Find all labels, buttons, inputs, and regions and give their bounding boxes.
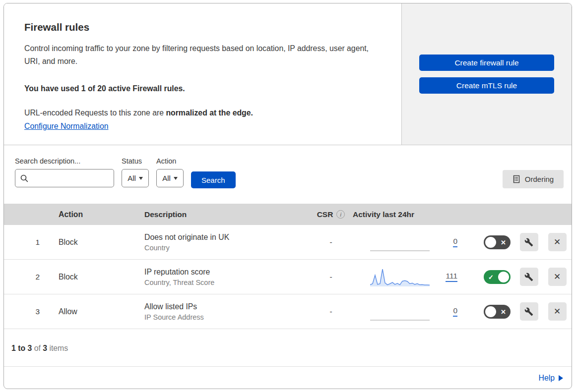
column-header-csr: CSR i xyxy=(309,210,353,219)
configure-normalization-link[interactable]: Configure Normalization xyxy=(24,122,108,130)
table-row: 1 Block Does not originate in UK Country… xyxy=(4,225,572,260)
toggle-knob xyxy=(485,237,496,248)
check-icon: ✓ xyxy=(488,274,494,280)
rule-delete-cell: ✕ xyxy=(543,233,572,251)
status-dropdown-value: All xyxy=(128,174,136,182)
create-mtls-rule-button[interactable]: Create mTLS rule xyxy=(419,77,554,94)
rule-csr: - xyxy=(309,307,353,316)
rule-edit-cell xyxy=(515,233,543,251)
page-title: Firewall rules xyxy=(24,21,382,33)
table-body: 1 Block Does not originate in UK Country… xyxy=(4,225,572,329)
search-icon xyxy=(20,174,28,182)
pagination-of: of xyxy=(32,344,43,352)
toggle-knob xyxy=(485,306,496,317)
help-row: Help xyxy=(4,367,572,389)
rule-fields: Country, Threat Score xyxy=(144,279,309,286)
status-toggle[interactable]: ✓ ✕ xyxy=(484,235,511,249)
table-header: Action Description CSR i Activity last 2… xyxy=(4,204,572,225)
action-dropdown[interactable]: All xyxy=(156,169,184,187)
rule-priority: 3 xyxy=(4,307,48,316)
info-icon[interactable]: i xyxy=(336,210,345,219)
pagination-total: 3 xyxy=(43,344,47,352)
help-link-label: Help xyxy=(539,374,555,383)
help-link[interactable]: Help xyxy=(539,374,564,383)
rule-description: Allow listed IPs xyxy=(144,302,309,311)
chevron-down-icon xyxy=(174,177,178,180)
pagination-status: 1 to 3 of 3 items xyxy=(4,329,572,367)
activity-count-link[interactable]: 111 xyxy=(446,272,457,282)
search-box xyxy=(15,169,114,187)
normalization-bold-text: normalized at the edge. xyxy=(166,109,253,117)
rule-fields: IP Source Address xyxy=(144,313,309,321)
rule-delete-cell: ✕ xyxy=(543,268,572,286)
edit-rule-button[interactable] xyxy=(520,302,538,321)
chevron-down-icon xyxy=(139,177,143,180)
activity-sparkline xyxy=(370,267,430,287)
table-row: 3 Allow Allow listed IPs IP Source Addre… xyxy=(4,294,572,329)
rule-description-cell: Allow listed IPs IP Source Address xyxy=(144,302,309,321)
action-label: Action xyxy=(156,157,184,165)
normalization-text: URL-encoded Requests to this zone are xyxy=(24,109,166,117)
action-filter-group: Action All xyxy=(156,157,184,187)
search-input[interactable] xyxy=(32,174,109,182)
activity-sparkline xyxy=(370,232,430,252)
table-row: 2 Block IP reputation score Country, Thr… xyxy=(4,260,572,294)
rule-csr: - xyxy=(309,273,353,281)
rule-csr: - xyxy=(309,238,353,247)
rule-action: Allow xyxy=(48,307,144,316)
ordering-icon xyxy=(512,175,520,183)
activity-count-link[interactable]: 0 xyxy=(453,306,457,317)
edit-rule-button[interactable] xyxy=(520,233,538,251)
rule-activity-cell: 0 xyxy=(353,302,469,322)
page-description: Control incoming traffic to your zone by… xyxy=(24,42,382,68)
rule-action: Block xyxy=(48,238,144,247)
toggle-knob xyxy=(498,272,509,282)
status-toggle[interactable]: ✓ ✕ xyxy=(484,305,511,319)
wrench-icon xyxy=(524,238,533,247)
activity-count-link[interactable]: 0 xyxy=(453,237,457,247)
rule-fields: Country xyxy=(144,244,309,252)
delete-rule-button[interactable]: ✕ xyxy=(548,233,567,251)
rule-edit-cell xyxy=(515,302,543,321)
intro-panel: Firewall rules Control incoming traffic … xyxy=(4,3,402,145)
pagination-items: items xyxy=(47,344,68,352)
normalization-note: URL-encoded Requests to this zone are no… xyxy=(24,109,382,117)
column-header-description: Description xyxy=(144,210,309,219)
filter-bar: Search description... Status All Action … xyxy=(4,145,572,204)
x-icon: ✕ xyxy=(501,308,506,315)
rule-toggle-cell: ✓ ✕ xyxy=(469,305,515,319)
rule-activity-cell: 0 xyxy=(353,232,469,252)
search-label: Search description... xyxy=(15,157,114,165)
rule-description: IP reputation score xyxy=(144,268,309,277)
rule-toggle-cell: ✓ ✕ xyxy=(469,235,515,249)
action-dropdown-value: All xyxy=(162,174,171,182)
close-icon: ✕ xyxy=(554,273,561,281)
csr-header-label: CSR xyxy=(317,210,333,219)
usage-summary: You have used 1 of 20 active Firewall ru… xyxy=(24,84,382,93)
rule-priority: 1 xyxy=(4,238,48,247)
edit-rule-button[interactable] xyxy=(520,268,538,286)
wrench-icon xyxy=(524,273,533,281)
search-button[interactable]: Search xyxy=(191,171,236,188)
create-firewall-rule-button[interactable]: Create firewall rule xyxy=(419,55,554,71)
rule-description-cell: IP reputation score Country, Threat Scor… xyxy=(144,268,309,286)
rule-activity-cell: 111 xyxy=(353,267,469,287)
status-filter-group: Status All xyxy=(122,157,149,187)
status-toggle[interactable]: ✓ ✕ xyxy=(484,270,511,284)
ordering-button[interactable]: Ordering xyxy=(503,170,564,188)
rule-delete-cell: ✕ xyxy=(543,302,572,321)
delete-rule-button[interactable]: ✕ xyxy=(548,302,567,321)
close-icon: ✕ xyxy=(554,238,561,246)
status-dropdown[interactable]: All xyxy=(122,169,149,187)
actions-panel: Create firewall rule Create mTLS rule xyxy=(402,3,572,145)
rule-priority: 2 xyxy=(4,273,48,281)
search-group: Search description... xyxy=(15,157,114,187)
close-icon: ✕ xyxy=(554,307,561,316)
ordering-button-label: Ordering xyxy=(525,175,554,183)
column-header-action: Action xyxy=(48,210,144,219)
delete-rule-button[interactable]: ✕ xyxy=(548,268,567,286)
rule-action: Block xyxy=(48,273,144,281)
firewall-rules-card: Firewall rules Control incoming traffic … xyxy=(3,3,572,389)
pagination-range: 1 to 3 xyxy=(11,344,32,352)
status-label: Status xyxy=(122,157,149,165)
